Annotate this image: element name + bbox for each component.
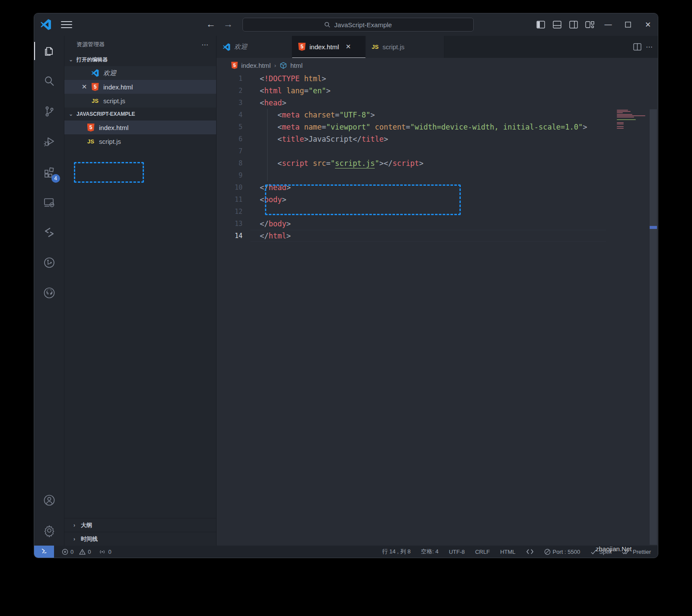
minimap[interactable] [616, 110, 649, 162]
sidebar-more-actions-icon[interactable]: ⋯ [201, 41, 209, 49]
tab-script-js[interactable]: JS script.js [366, 36, 444, 58]
line-number: 1 [217, 73, 242, 85]
scrollbar-decoration [650, 226, 657, 229]
js-file-icon: JS [92, 98, 99, 104]
language-mode[interactable]: HTML [500, 549, 515, 555]
back-arrow-icon[interactable]: ← [205, 19, 217, 31]
html5-file-icon: 5 [87, 124, 95, 132]
code-line[interactable]: 8 <script src="script.js"></script> [217, 157, 658, 169]
close-icon[interactable]: ✕ [80, 83, 89, 91]
code-line[interactable]: 2<html lang="en"> [217, 85, 658, 97]
code-line[interactable]: 13</body> [217, 218, 658, 230]
github-icon[interactable] [34, 278, 64, 308]
code-line[interactable]: 6 <title>JavaScript</title> [217, 133, 658, 145]
customize-layout-icon[interactable] [582, 18, 598, 31]
tab-bar: 欢迎 5 index.html ✕ JS script.js ⋯ [217, 36, 658, 58]
explorer-icon[interactable] [34, 36, 64, 66]
minimize-button[interactable]: — [598, 13, 618, 36]
encoding-setting[interactable]: UTF-8 [449, 549, 465, 555]
settings-gear-icon[interactable] [34, 515, 64, 546]
breadcrumb-file[interactable]: index.html [241, 62, 271, 69]
minimap-line [617, 128, 624, 129]
forward-arrow-icon[interactable]: → [222, 19, 234, 31]
cursor-position[interactable]: 行 14 , 列 8 [382, 548, 411, 556]
chevron-right-icon: › [71, 522, 77, 528]
live-share-icon[interactable] [34, 217, 64, 248]
line-number: 7 [217, 145, 242, 157]
html5-file-icon: 5 [92, 83, 99, 91]
breadcrumb-node[interactable]: html [290, 62, 303, 69]
breadcrumb[interactable]: 5 index.html › html [217, 58, 658, 73]
outline-section[interactable]: › 大纲 [64, 518, 216, 532]
editor-more-actions-icon[interactable]: ⋯ [646, 43, 654, 51]
vertical-scrollbar[interactable] [650, 109, 657, 545]
code-editor[interactable]: 1<!DOCTYPE html>2<html lang="en">3<head>… [217, 73, 658, 546]
line-number: 14 [217, 230, 242, 242]
open-editor-welcome[interactable]: 欢迎 [64, 66, 216, 80]
open-editor-script-js[interactable]: JS script.js [64, 94, 216, 108]
line-number: 13 [217, 218, 242, 230]
explorer-file-script-js[interactable]: JS script.js [64, 134, 216, 148]
tab-welcome[interactable]: 欢迎 [217, 36, 292, 58]
problems-indicator[interactable]: 0 0 [62, 549, 91, 555]
line-number: 4 [217, 109, 242, 121]
code-brackets-icon[interactable] [526, 549, 534, 555]
toggle-secondary-sidebar-icon[interactable] [565, 18, 582, 31]
remote-explorer-icon[interactable] [34, 187, 64, 217]
code-line[interactable]: 5 <meta name="viewport" content="width=d… [217, 121, 658, 133]
code-text: <meta name="viewport" content="width=dev… [260, 121, 587, 133]
code-line[interactable]: 9 [217, 169, 658, 181]
chevron-right-icon: › [71, 536, 77, 542]
toggle-panel-icon[interactable] [549, 18, 565, 31]
chevron-down-icon: ⌄ [68, 57, 74, 63]
code-line[interactable]: 14</html> [217, 230, 658, 242]
explorer-file-index-html[interactable]: 5 index.html [64, 121, 216, 134]
maximize-button[interactable] [618, 13, 638, 36]
js-file-icon: JS [87, 138, 94, 145]
menu-icon[interactable] [61, 20, 72, 29]
vscode-logo-icon [40, 19, 51, 30]
live-server-port[interactable]: Port : 5500 [544, 549, 580, 555]
line-number: 11 [217, 194, 242, 206]
search-sidebar-icon[interactable] [34, 66, 64, 96]
indentation-setting[interactable]: 空格: 4 [421, 548, 438, 556]
toggle-sidebar-icon[interactable] [533, 18, 549, 31]
line-number: 3 [217, 97, 242, 109]
minimap-line [617, 111, 631, 112]
run-debug-icon[interactable] [34, 127, 64, 157]
ports-indicator[interactable]: 0 [99, 549, 111, 555]
timeline-section[interactable]: › 时间线 [64, 532, 216, 546]
vscode-window: ← → JavaScript-Example — ✕ [34, 13, 658, 558]
minimap-line [617, 119, 636, 120]
close-icon[interactable]: ✕ [345, 43, 351, 51]
code-text: <script src="script.js"></script> [260, 157, 424, 169]
account-icon[interactable] [34, 485, 64, 515]
code-line[interactable]: 1<!DOCTYPE html> [217, 73, 658, 85]
project-folder-header[interactable]: ⌄ JAVASCRIPT-EXAMPLE [64, 108, 216, 121]
chevron-right-icon: › [274, 62, 276, 69]
search-icon [324, 22, 331, 28]
annotation-box-editor [265, 184, 461, 215]
remote-indicator[interactable] [34, 546, 54, 558]
search-label: JavaScript-Example [334, 21, 392, 29]
source-graph-icon[interactable] [34, 248, 64, 278]
line-number: 6 [217, 133, 242, 145]
open-editors-header[interactable]: ⌄ 打开的编辑器 [64, 53, 216, 66]
eol-setting[interactable]: CRLF [475, 549, 490, 555]
code-text: </html> [260, 230, 291, 242]
tab-index-html[interactable]: 5 index.html ✕ [292, 36, 366, 58]
code-line[interactable]: 7 [217, 145, 658, 157]
split-editor-icon[interactable] [633, 43, 641, 51]
command-center-search[interactable]: JavaScript-Example [242, 18, 474, 32]
code-line[interactable]: 4 <meta charset="UTF-8"> [217, 109, 658, 121]
open-editor-index-html[interactable]: ✕ 5 index.html [64, 80, 216, 94]
line-number: 8 [217, 157, 242, 169]
close-button[interactable]: ✕ [638, 13, 658, 36]
source-control-icon[interactable] [34, 96, 64, 127]
minimap-line [617, 117, 634, 117]
html5-file-icon: 5 [231, 62, 238, 69]
code-line[interactable]: 3<head> [217, 97, 658, 109]
minimap-line [617, 126, 624, 127]
warning-icon [79, 549, 86, 555]
extensions-icon[interactable]: 4 [34, 157, 64, 187]
